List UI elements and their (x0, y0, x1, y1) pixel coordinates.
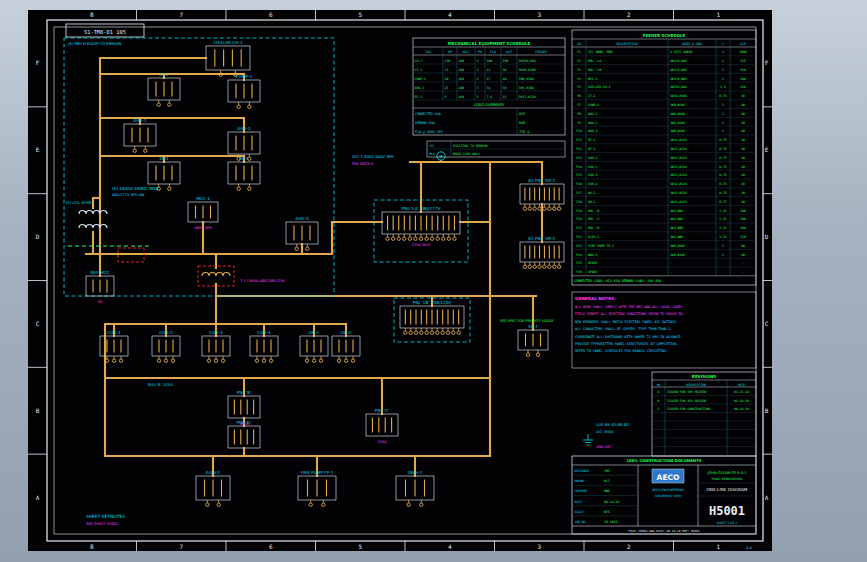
svg-text:AHU-1: AHU-1 (415, 86, 425, 90)
svg-text:MLO: MLO (429, 152, 435, 156)
component-label: MCC-1 (196, 196, 210, 201)
svg-text:250: 250 (740, 85, 746, 89)
firm-logo: AECO (652, 469, 684, 483)
annotation-13: M (439, 154, 443, 159)
svg-text:200: 200 (740, 77, 746, 81)
svg-text:-: - (742, 270, 744, 274)
svg-text:1.25: 1.25 (719, 226, 727, 230)
zone-row-right: B (765, 407, 769, 414)
component-label: (E) PNL 'DP-1' (528, 178, 557, 183)
annotation-8: GND DET (596, 445, 613, 449)
svg-text:5: 5 (445, 95, 447, 99)
drawing-sheet[interactable]: 8877665544332211FFEEDDCCBBAA1:1 S1-TM8-D… (0, 0, 867, 562)
svg-text:20: 20 (741, 147, 745, 151)
svg-text:F22: F22 (576, 235, 582, 239)
svg-text:PNL 'C': PNL 'C' (588, 217, 601, 221)
component-label: PNL 'D' (237, 420, 252, 425)
svg-text:F13: F13 (576, 156, 582, 160)
svg-text:1: 1 (658, 407, 660, 411)
svg-text:3#6,#10G: 3#6,#10G (519, 86, 534, 90)
annotation-7: AIC: 65KA (596, 430, 614, 434)
annotation-6: LUG BK 40-BB-BD (596, 422, 629, 427)
component-sublabel: 100A (377, 440, 387, 444)
component-label: RF-1 (239, 156, 249, 161)
zone-row-left: C (36, 320, 40, 327)
svg-text:AHU-1: AHU-1 (588, 112, 597, 116)
annotation-3: ATS-1 400A 480V 3PH (352, 154, 394, 159)
component-label: AHU-3 (295, 216, 309, 221)
zone-col-bottom: 3 (537, 543, 541, 550)
svg-text:SPARE: SPARE (588, 270, 597, 274)
svg-text:4#4/0,#4G: 4#4/0,#4G (670, 59, 687, 63)
svg-text:100: 100 (740, 226, 746, 230)
svg-text:1.25: 1.25 (719, 217, 727, 221)
annotation-4: SEE NOTE 5 (352, 162, 373, 166)
svg-text:MAIN LUGS ONLY: MAIN LUGS ONLY (453, 152, 480, 156)
svg-text:3#6,#10G: 3#6,#10G (670, 121, 685, 125)
component-label: PNL 'LB' 208/120V (413, 300, 452, 305)
annotation-11: BUS 'B' 225A (148, 382, 173, 387)
feeder-total: CONNECTED LOAD: 812 KVA DEMAND LOAD: 640… (574, 279, 661, 283)
svg-text:F15: F15 (576, 173, 582, 177)
component-label: UH-2 (341, 330, 352, 335)
zone-col-bottom: 1 (716, 543, 720, 550)
note-line: PROVIDE TYPEWRITTEN PANEL DIRECTORIES AT… (575, 342, 678, 346)
svg-text:F3: F3 (577, 68, 581, 72)
svg-text:PNL 'B': PNL 'B' (588, 209, 601, 213)
svg-text:4: 4 (722, 50, 724, 54)
svg-text:3#6,#10G: 3#6,#10G (670, 244, 685, 248)
svg-text:ELEV-1: ELEV-1 (588, 235, 599, 239)
field-label: CHECKED (575, 489, 588, 493)
project-name: JOHN GLENN PS 9-0-1 (706, 471, 746, 475)
svg-text:3#12,#12G: 3#12,#12G (670, 156, 687, 160)
drawing-number: H5001 (709, 504, 745, 518)
component-label: EF-7 (528, 324, 538, 329)
zone-col-bottom: 6 (269, 543, 273, 550)
svg-text:180: 180 (487, 59, 493, 63)
svg-text:LOAD SUMMARY: LOAD SUMMARY (474, 102, 505, 107)
component-label: CT-1 (159, 72, 169, 77)
svg-text:-: - (670, 270, 672, 274)
svg-text:F8: F8 (577, 112, 581, 116)
component-sublabel: 480V 3PH (194, 226, 212, 230)
svg-text:CHWP-1: CHWP-1 (415, 77, 427, 81)
svg-text:EF-1: EF-1 (588, 138, 596, 142)
annotation-14: (E) UTIL XFMR (66, 201, 92, 205)
svg-text:EXISTING TO REMAIN: EXISTING TO REMAIN (453, 144, 488, 148)
svg-text:FLA: FLA (490, 50, 496, 54)
svg-text:ISSUED FOR CONSTRUCTION: ISSUED FOR CONSTRUCTION (667, 407, 710, 411)
sheet-title: ONE-LINE DIAGRAM (707, 487, 748, 492)
svg-text:DESCRIPTION: DESCRIPTION (616, 42, 637, 46)
zone-row-right: F (765, 59, 769, 66)
svg-text:3#12,#12G: 3#12,#12G (670, 173, 687, 177)
svg-text:B: B (658, 399, 660, 403)
svg-text:250: 250 (503, 59, 509, 63)
svg-text:PNL 'LA': PNL 'LA' (588, 59, 603, 63)
svg-text:460: 460 (459, 77, 465, 81)
svg-text:20: 20 (741, 156, 745, 160)
notes-title: GENERAL NOTES: (575, 296, 616, 301)
svg-text:F6: F6 (577, 94, 581, 98)
svg-text:3: 3 (477, 59, 479, 63)
svg-text:15: 15 (445, 68, 449, 72)
svg-text:F12: F12 (576, 147, 582, 151)
svg-text:50: 50 (503, 86, 507, 90)
svg-text:UH-2: UH-2 (588, 200, 596, 204)
note-line: FIELD VERIFY ALL EXISTING CONDITIONS PRI… (575, 312, 684, 316)
svg-text:60: 60 (741, 244, 745, 248)
firm-city: COLUMBUS, OHIO (655, 494, 682, 498)
svg-text:40: 40 (741, 253, 745, 257)
cad-canvas[interactable]: 8877665544332211FFEEDDCCBBAA1:1 S1-TM8-D… (0, 0, 867, 562)
svg-text:3#12,#12G: 3#12,#12G (670, 165, 687, 169)
svg-text:CT-1: CT-1 (588, 94, 596, 98)
project-sub: HVAC RENOVATION (712, 477, 743, 481)
component-label: ELEV-1 (206, 470, 221, 475)
svg-text:15: 15 (503, 95, 507, 99)
zone-col-bottom: 5 (358, 543, 362, 550)
svg-text:0.75: 0.75 (719, 147, 727, 151)
svg-text:1600: 1600 (739, 50, 747, 54)
svg-text:03-22-19: 03-22-19 (734, 390, 749, 394)
svg-text:F24: F24 (576, 253, 582, 257)
svg-text:DESCRIPTION: DESCRIPTION (686, 383, 706, 387)
zone-col-top: 2 (627, 11, 631, 18)
